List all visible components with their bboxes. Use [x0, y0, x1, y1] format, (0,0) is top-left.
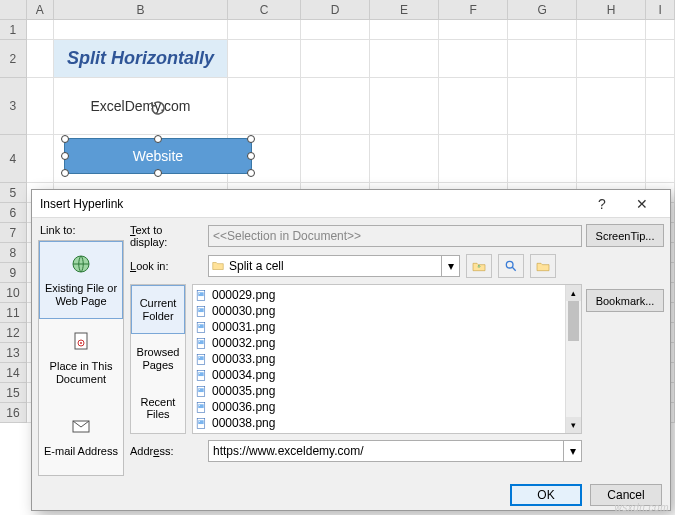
col-C[interactable]: C — [228, 0, 301, 19]
chevron-down-icon[interactable]: ▾ — [563, 441, 581, 461]
dialog-titlebar[interactable]: Insert Hyperlink ? ✕ — [32, 190, 670, 218]
resize-handle[interactable] — [61, 169, 69, 177]
cell[interactable] — [228, 40, 301, 78]
cell[interactable] — [301, 135, 370, 183]
cell[interactable] — [646, 20, 675, 40]
cell[interactable] — [439, 78, 508, 135]
address-field[interactable]: https://www.exceldemy.com/ ▾ — [208, 440, 582, 462]
resize-handle[interactable] — [247, 169, 255, 177]
browse-file-button[interactable] — [530, 254, 556, 278]
up-one-level-button[interactable] — [466, 254, 492, 278]
col-E[interactable]: E — [370, 0, 439, 19]
resize-handle[interactable] — [247, 152, 255, 160]
cell[interactable] — [228, 78, 301, 135]
col-A[interactable]: A — [27, 0, 54, 19]
file-item[interactable]: 000031.png — [195, 319, 563, 335]
select-all-corner[interactable] — [0, 0, 27, 19]
cell[interactable] — [370, 20, 439, 40]
address-value[interactable]: https://www.exceldemy.com/ — [209, 441, 563, 461]
cell[interactable] — [54, 20, 228, 40]
nav-recent-files[interactable]: Recent Files — [131, 384, 185, 433]
scroll-up-icon[interactable]: ▴ — [566, 285, 581, 301]
cell[interactable] — [27, 135, 54, 183]
cell[interactable] — [439, 135, 508, 183]
help-button[interactable]: ? — [582, 190, 622, 218]
row-9[interactable]: 9 — [0, 263, 27, 283]
cell[interactable] — [370, 40, 439, 78]
file-item[interactable]: 000034.png — [195, 367, 563, 383]
close-button[interactable]: ✕ — [622, 190, 662, 218]
cell[interactable] — [508, 78, 577, 135]
cell[interactable] — [508, 40, 577, 78]
ok-button[interactable]: OK — [510, 484, 582, 506]
col-H[interactable]: H — [577, 0, 646, 19]
row-6[interactable]: 6 — [0, 203, 27, 223]
nav-browsed-pages[interactable]: Browsed Pages — [131, 334, 185, 383]
cell[interactable] — [27, 78, 54, 135]
resize-handle[interactable] — [154, 135, 162, 143]
row-15[interactable]: 15 — [0, 383, 27, 403]
nav-current-folder[interactable]: Current Folder — [131, 285, 185, 334]
linkto-place-in-doc[interactable]: Place in This Document — [39, 319, 123, 397]
cell[interactable] — [27, 40, 54, 78]
cell-b2[interactable]: Split Horizontally — [54, 40, 228, 78]
cell[interactable] — [508, 20, 577, 40]
row-7[interactable]: 7 — [0, 223, 27, 243]
resize-handle[interactable] — [61, 135, 69, 143]
file-item[interactable]: 000036.png — [195, 399, 563, 415]
resize-handle[interactable] — [154, 169, 162, 177]
cell-b3[interactable]: ExcelDemy.com — [54, 78, 228, 135]
bookmark-button[interactable]: Bookmark... — [586, 289, 664, 312]
col-F[interactable]: F — [439, 0, 508, 19]
cell[interactable] — [27, 20, 54, 40]
file-item[interactable]: 000033.png — [195, 351, 563, 367]
col-I[interactable]: I — [646, 0, 675, 19]
row-16[interactable]: 16 — [0, 403, 27, 423]
resize-handle[interactable] — [61, 152, 69, 160]
cell[interactable] — [370, 135, 439, 183]
row-4[interactable]: 4 — [0, 135, 27, 183]
row-3[interactable]: 3 — [0, 78, 27, 135]
row-5[interactable]: 5 — [0, 183, 27, 203]
browse-web-button[interactable] — [498, 254, 524, 278]
cell[interactable] — [646, 78, 675, 135]
cell[interactable] — [577, 20, 646, 40]
linkto-email[interactable]: E-mail Address — [39, 397, 123, 475]
row-11[interactable]: 11 — [0, 303, 27, 323]
col-B[interactable]: B — [54, 0, 228, 19]
cell[interactable] — [439, 20, 508, 40]
rotate-handle-icon[interactable] — [149, 99, 167, 117]
cell[interactable] — [646, 135, 675, 183]
chevron-down-icon[interactable]: ▾ — [441, 256, 459, 276]
cell[interactable] — [301, 78, 370, 135]
file-item[interactable]: 000035.png — [195, 383, 563, 399]
scroll-down-icon[interactable]: ▾ — [566, 417, 581, 433]
website-shape[interactable]: Website — [64, 138, 252, 174]
cell[interactable] — [228, 20, 301, 40]
cell[interactable] — [301, 40, 370, 78]
file-item[interactable]: 000032.png — [195, 335, 563, 351]
col-D[interactable]: D — [301, 0, 370, 19]
cell[interactable] — [577, 78, 646, 135]
file-item[interactable]: 000038.png — [195, 415, 563, 431]
cell[interactable] — [301, 20, 370, 40]
file-item[interactable]: 000030.png — [195, 303, 563, 319]
scrollbar[interactable]: ▴ ▾ — [565, 285, 581, 433]
cell[interactable] — [508, 135, 577, 183]
resize-handle[interactable] — [247, 135, 255, 143]
cell[interactable] — [577, 135, 646, 183]
row-10[interactable]: 10 — [0, 283, 27, 303]
cell[interactable] — [646, 40, 675, 78]
row-12[interactable]: 12 — [0, 323, 27, 343]
file-item[interactable]: 000029.png — [195, 287, 563, 303]
col-G[interactable]: G — [508, 0, 577, 19]
cell[interactable] — [370, 78, 439, 135]
row-13[interactable]: 13 — [0, 343, 27, 363]
row-14[interactable]: 14 — [0, 363, 27, 383]
scroll-thumb[interactable] — [568, 301, 579, 341]
row-1[interactable]: 1 — [0, 20, 27, 40]
cell[interactable] — [439, 40, 508, 78]
screentip-button[interactable]: ScreenTip... — [586, 224, 664, 247]
row-8[interactable]: 8 — [0, 243, 27, 263]
cell[interactable] — [577, 40, 646, 78]
